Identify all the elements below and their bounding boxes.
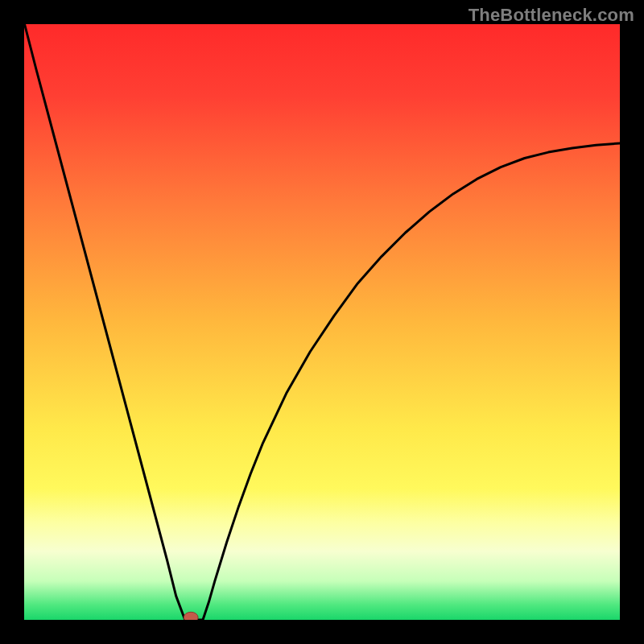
gradient-background xyxy=(24,24,620,620)
optimal-point-marker xyxy=(184,612,198,620)
chart-svg xyxy=(24,24,620,620)
watermark-text: TheBottleneck.com xyxy=(469,5,634,26)
plot-area xyxy=(24,24,620,620)
chart-frame: TheBottleneck.com xyxy=(0,0,644,644)
